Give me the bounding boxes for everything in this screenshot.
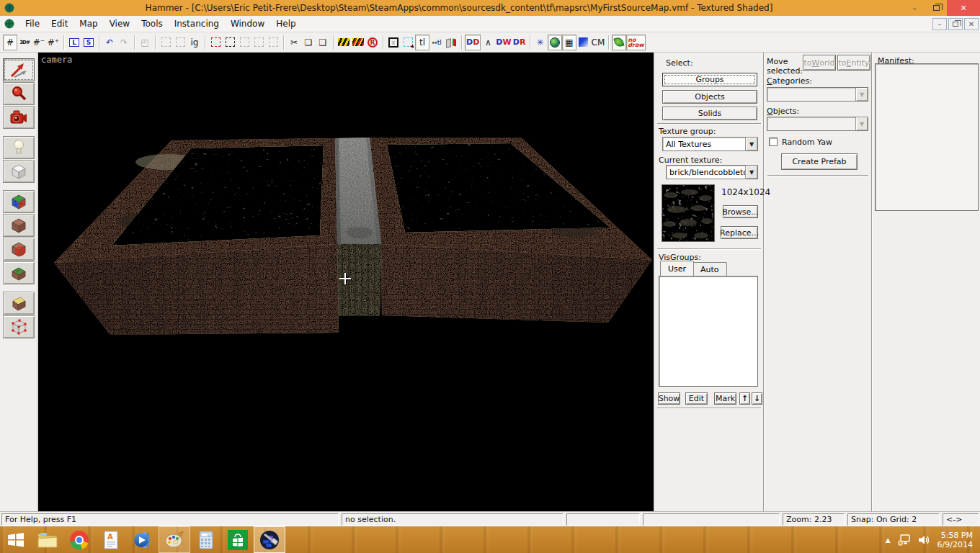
ignore-groups-button[interactable]: ig	[187, 35, 202, 50]
mdi-close-button[interactable]: ✕	[964, 18, 979, 30]
selection-tool-button[interactable]	[3, 58, 35, 81]
close-button[interactable]: ✕	[947, 0, 980, 16]
undo-button[interactable]: ↶	[102, 35, 117, 50]
entity-tool-button[interactable]	[3, 136, 35, 159]
model-fade-preview-button[interactable]	[576, 35, 591, 50]
run-map-button[interactable]: ✳	[533, 35, 548, 50]
taskbar-wordpad[interactable]: A	[95, 526, 127, 553]
replace-button[interactable]: Replace...	[721, 226, 758, 239]
select-objects-button[interactable]: Objects	[662, 90, 757, 104]
dropdown-arrow-icon[interactable]: ▼	[745, 138, 757, 150]
menu-map[interactable]: Map	[74, 17, 103, 31]
toggle-models-button[interactable]	[548, 35, 562, 50]
taskbar-paint[interactable]	[159, 526, 190, 553]
to-world-button[interactable]: toWorld	[803, 55, 836, 71]
magnify-tool-button[interactable]	[3, 82, 35, 105]
load-window-state-button[interactable]: L	[67, 35, 81, 50]
overlay-tool-button[interactable]	[3, 261, 35, 284]
menu-tools[interactable]: Tools	[135, 17, 169, 31]
show-hidden-button[interactable]	[237, 35, 251, 50]
menu-help[interactable]: Help	[270, 17, 301, 31]
start-button[interactable]	[0, 526, 32, 553]
visgroups-tab-auto[interactable]: Auto	[692, 262, 727, 276]
display-world-button[interactable]: DW	[495, 35, 512, 50]
volume-icon[interactable]	[918, 534, 930, 546]
mdi-restore-button[interactable]	[948, 18, 963, 30]
larger-grid-button[interactable]: #⁺	[46, 35, 61, 50]
display-paths-button[interactable]: ∧	[481, 35, 495, 50]
block-tool-button[interactable]	[3, 160, 35, 183]
vertex-tool-button[interactable]	[3, 315, 35, 338]
minimize-button[interactable]: –	[904, 0, 925, 16]
dropdown-arrow-icon[interactable]: ▼	[745, 166, 757, 179]
apply-current-texture-tool-button[interactable]	[3, 214, 35, 237]
visgroups-mark-button[interactable]: Mark	[714, 392, 736, 405]
copy-button[interactable]: ❏	[301, 35, 316, 50]
show-hidden-icons-arrow[interactable]: ▲	[886, 536, 891, 544]
cut-button[interactable]: ✂	[287, 35, 301, 50]
hide-unrelated-button[interactable]	[266, 35, 280, 50]
select-solids-button[interactable]: Solids	[662, 107, 757, 120]
current-texture-dropdown[interactable]: brick/blendcobbletocob ▼	[666, 165, 758, 179]
taskbar-hammer-editor[interactable]	[254, 526, 285, 553]
to-entity-button[interactable]: toEntity	[837, 55, 870, 71]
menu-file[interactable]: File	[19, 17, 45, 31]
random-yaw-checkbox[interactable]	[769, 138, 778, 146]
menu-view[interactable]: View	[104, 17, 135, 31]
visgroups-tab-user[interactable]: User	[660, 261, 694, 276]
objects-dropdown[interactable]: ▼	[767, 117, 868, 131]
status-resize-grip[interactable]: <->	[943, 513, 979, 526]
hide-items-button[interactable]	[251, 35, 266, 50]
taskbar-clock[interactable]: 5:58 PM 6/9/2014	[937, 531, 973, 549]
toggle-grid-button[interactable]: #	[3, 35, 17, 50]
texture-scale-lock-button[interactable]	[351, 35, 365, 50]
visgroups-edit-button[interactable]: Edit	[685, 392, 708, 405]
browse-button[interactable]: Browse...	[723, 205, 758, 218]
ungroup-button[interactable]	[173, 35, 187, 50]
auto-selection-button[interactable]	[401, 35, 415, 50]
save-window-state-button[interactable]: S	[81, 35, 96, 50]
collision-model-button[interactable]: CM	[591, 35, 606, 50]
texture-group-dropdown[interactable]: All Textures ▼	[662, 137, 758, 151]
texture-application-tool-button[interactable]	[3, 190, 35, 213]
taskbar-file-explorer[interactable]	[32, 526, 63, 553]
smaller-grid-button[interactable]: #⁻	[32, 35, 46, 50]
paste-button[interactable]: ❑	[316, 35, 330, 50]
texture-lock-scaling-button[interactable]: ↔tl	[429, 35, 444, 50]
clipping-tool-button[interactable]	[3, 292, 35, 315]
menu-edit[interactable]: Edit	[45, 17, 74, 31]
menu-instancing[interactable]: Instancing	[169, 17, 225, 31]
flip-objects-button[interactable]	[444, 35, 458, 50]
radius-culling-button[interactable]: R	[365, 35, 380, 50]
network-icon[interactable]	[898, 534, 911, 546]
restore-button[interactable]	[925, 0, 947, 16]
display-ropes-button[interactable]: DR	[512, 35, 527, 50]
categories-dropdown[interactable]: ▼	[767, 87, 868, 102]
manifest-list[interactable]	[875, 63, 979, 211]
toggle-grid-window-button[interactable]: ▦	[562, 35, 576, 50]
menu-window[interactable]: Window	[225, 17, 270, 31]
visgroups-move-up-button[interactable]: ↑	[739, 392, 750, 405]
carve-button[interactable]: ◰	[138, 35, 152, 50]
3d-viewport[interactable]: camera	[38, 53, 654, 511]
hide-selected-button[interactable]	[208, 35, 223, 50]
taskbar-calculator[interactable]: 0	[190, 526, 222, 553]
detail-sprites-button[interactable]	[612, 35, 626, 50]
visgroups-show-button[interactable]: Show	[658, 392, 680, 405]
nodraw-preview-button[interactable]: nodraw	[626, 35, 645, 50]
texture-lock-tl-button[interactable]: tl	[415, 35, 429, 50]
mdi-minimize-button[interactable]: –	[932, 18, 947, 30]
taskbar-chrome[interactable]	[63, 526, 95, 553]
redo-button[interactable]: ↷	[117, 35, 131, 50]
apply-decals-tool-button[interactable]	[3, 238, 35, 261]
texture-lock-button[interactable]	[337, 35, 351, 50]
display-detail-button[interactable]: DD	[465, 35, 481, 50]
taskbar-store[interactable]	[222, 526, 254, 553]
hide-unselected-button[interactable]	[223, 35, 237, 50]
visgroups-list[interactable]	[659, 276, 758, 387]
toggle-3d-grid-button[interactable]: 3D#	[17, 35, 32, 50]
camera-tool-button[interactable]	[3, 106, 35, 129]
taskbar-media-player[interactable]	[127, 526, 159, 553]
group-button[interactable]	[159, 35, 173, 50]
create-prefab-button[interactable]: Create Prefab	[781, 153, 858, 170]
